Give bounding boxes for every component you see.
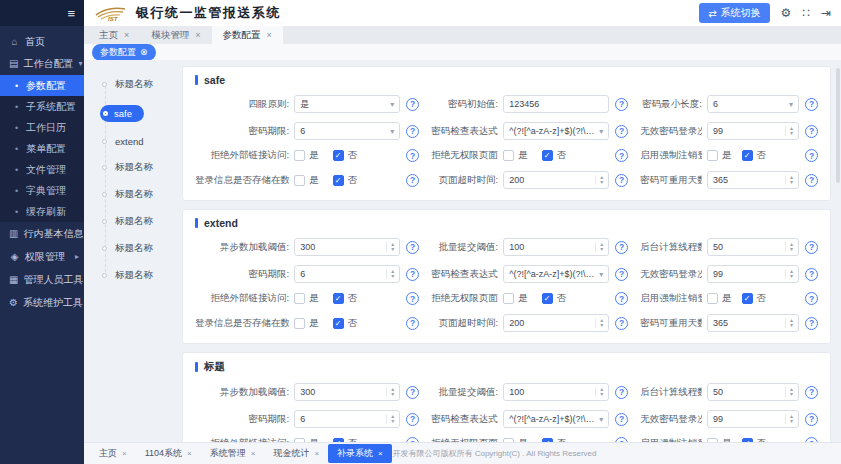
checkbox-checked-icon[interactable]: ✓ <box>542 293 553 304</box>
number-field[interactable]: 99▴▾ <box>707 122 799 140</box>
step-down-icon[interactable]: ▾ <box>391 247 394 252</box>
help-icon[interactable]: ? <box>615 413 628 426</box>
sidebar-subitem[interactable]: •工作日历 <box>0 117 84 138</box>
collapse-sidebar-icon[interactable]: ≡ <box>67 6 75 21</box>
sidebar-item[interactable]: ▥行内基本信息▸ <box>0 222 84 245</box>
checkbox-option[interactable]: ✓否 <box>542 149 567 162</box>
help-icon[interactable]: ? <box>406 268 419 281</box>
bottom-tab[interactable]: 现金统计× <box>264 444 328 463</box>
checkbox-checked-icon[interactable]: ✓ <box>333 150 344 161</box>
number-field[interactable]: 100▴▾ <box>503 238 609 256</box>
step-down-icon[interactable]: ▾ <box>391 274 394 279</box>
stepper-icon[interactable]: ▴▾ <box>785 242 793 252</box>
checkbox-option[interactable]: ✓否 <box>333 149 358 162</box>
checkbox-option[interactable]: ✓否 <box>742 292 767 305</box>
select-field[interactable]: 是▾ <box>294 95 400 113</box>
help-icon[interactable]: ? <box>615 241 628 254</box>
stepper-icon[interactable]: ▴▾ <box>785 175 793 185</box>
logout-icon[interactable]: ⇥ <box>821 7 831 19</box>
step-down-icon[interactable]: ▾ <box>600 323 603 328</box>
bottom-tab[interactable]: 系统管理× <box>201 444 265 463</box>
step-down-icon[interactable]: ▾ <box>790 392 793 397</box>
text-field[interactable]: 123456 <box>503 95 609 113</box>
bottom-tab[interactable]: 1104系统× <box>136 444 201 463</box>
number-field[interactable]: 99▴▾ <box>707 265 799 283</box>
help-icon[interactable]: ? <box>615 268 628 281</box>
help-icon[interactable]: ? <box>406 241 419 254</box>
step-down-icon[interactable]: ▾ <box>600 180 603 185</box>
help-icon[interactable]: ? <box>615 174 628 187</box>
number-field[interactable]: 50▴▾ <box>707 383 799 401</box>
stepper-icon[interactable]: ▴▾ <box>785 387 793 397</box>
stepper-icon[interactable]: ▴▾ <box>785 126 793 136</box>
checkbox-checked-icon[interactable]: ✓ <box>333 175 344 186</box>
help-icon[interactable]: ? <box>805 386 818 399</box>
number-field[interactable]: 365▴▾ <box>707 171 799 189</box>
checkbox-icon[interactable] <box>294 150 305 161</box>
number-field[interactable]: 100▴▾ <box>503 383 609 401</box>
number-field[interactable]: 99▴▾ <box>707 410 799 428</box>
sidebar-subitem[interactable]: •子系统配置 <box>0 96 84 117</box>
close-icon[interactable]: × <box>124 30 129 40</box>
checkbox-option[interactable]: ✓否 <box>542 292 567 305</box>
help-icon[interactable]: ? <box>406 413 419 426</box>
sidebar-subitem[interactable]: •文件管理 <box>0 159 84 180</box>
anchor-item[interactable]: 标题名称 <box>100 215 153 228</box>
sidebar-subitem[interactable]: •缓存刷新 <box>0 201 84 222</box>
checkbox-option[interactable]: ✓否 <box>333 174 358 187</box>
checkbox-checked-icon[interactable]: ✓ <box>742 293 753 304</box>
sidebar-subitem[interactable]: •字典管理 <box>0 180 84 201</box>
help-icon[interactable]: ? <box>615 292 628 305</box>
checkbox-checked-icon[interactable]: ✓ <box>333 293 344 304</box>
number-field[interactable]: 300▴▾ <box>294 238 400 256</box>
close-icon[interactable]: ⊗ <box>140 47 148 57</box>
step-down-icon[interactable]: ▾ <box>391 419 394 424</box>
help-icon[interactable]: ? <box>615 149 628 162</box>
checkbox-checked-icon[interactable]: ✓ <box>742 150 753 161</box>
checkbox-option[interactable]: 是 <box>294 317 319 330</box>
checkbox-option[interactable]: 是 <box>503 292 528 305</box>
help-icon[interactable]: ? <box>406 317 419 330</box>
scrollbar-thumb[interactable] <box>836 68 840 183</box>
number-field[interactable]: 200▴▾ <box>503 314 609 332</box>
step-down-icon[interactable]: ▾ <box>790 131 793 136</box>
help-icon[interactable]: ? <box>406 292 419 305</box>
select-field[interactable]: ^(?![^a-zA-z]+$)(?!\D+$)[0-9A-Z...▾ <box>503 410 609 428</box>
help-icon[interactable]: ? <box>805 413 818 426</box>
stepper-icon[interactable]: ▴▾ <box>785 269 793 279</box>
stepper-icon[interactable]: ▴▾ <box>595 387 603 397</box>
number-field[interactable]: 200▴▾ <box>503 171 609 189</box>
help-icon[interactable]: ? <box>406 386 419 399</box>
step-down-icon[interactable]: ▾ <box>790 247 793 252</box>
checkbox-checked-icon[interactable]: ✓ <box>542 150 553 161</box>
stepper-icon[interactable]: ▴▾ <box>386 414 394 424</box>
select-field[interactable]: ^(?![^a-zA-z]+$)(?!\D+$)[0-9A-Z...▾ <box>503 265 609 283</box>
anchor-item[interactable]: 标题名称 <box>100 161 153 174</box>
system-switch-button[interactable]: ⇄ 系统切换 <box>699 3 769 23</box>
checkbox-option[interactable]: ✓否 <box>333 317 358 330</box>
stepper-icon[interactable]: ▴▾ <box>595 318 603 328</box>
sidebar-item[interactable]: ◈权限管理▸ <box>0 245 84 268</box>
close-icon[interactable]: × <box>251 449 256 458</box>
close-icon[interactable]: × <box>187 449 192 458</box>
step-down-icon[interactable]: ▾ <box>790 180 793 185</box>
step-down-icon[interactable]: ▾ <box>600 247 603 252</box>
checkbox-icon[interactable] <box>503 150 514 161</box>
anchor-item[interactable]: safe <box>100 105 144 122</box>
checkbox-checked-icon[interactable]: ✓ <box>333 318 344 329</box>
step-down-icon[interactable]: ▾ <box>391 392 394 397</box>
sidebar-item[interactable]: ⚙系统维护工具▸ <box>0 291 84 314</box>
help-icon[interactable]: ? <box>805 125 818 138</box>
close-icon[interactable]: × <box>195 30 200 40</box>
number-field[interactable]: 300▴▾ <box>294 383 400 401</box>
sidebar-subitem[interactable]: •参数配置 <box>0 75 84 96</box>
close-icon[interactable]: × <box>122 449 127 458</box>
step-down-icon[interactable]: ▾ <box>790 323 793 328</box>
anchor-item[interactable]: 标题名称 <box>100 188 153 201</box>
bottom-tab[interactable]: 补录系统× <box>328 444 392 463</box>
help-icon[interactable]: ? <box>615 317 628 330</box>
checkbox-option[interactable]: 是 <box>503 149 528 162</box>
top-tab[interactable]: 主页× <box>88 26 140 44</box>
breadcrumb-pill[interactable]: 参数配置 ⊗ <box>92 44 156 61</box>
select-field[interactable]: ^(?![^a-zA-z]+$)(?!\D+$)[0-9A-Z...▾ <box>503 122 609 140</box>
